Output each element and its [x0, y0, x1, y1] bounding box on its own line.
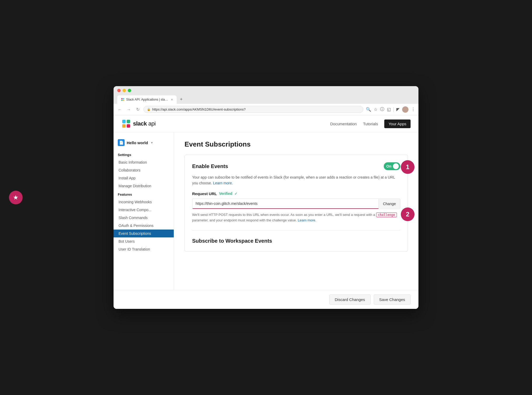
menu-icon[interactable]: ⋮: [411, 107, 415, 112]
sidebar-item-manage-distribution[interactable]: Manage Distribution: [114, 182, 174, 190]
subscribe-title: Subscribe to Workspace Events: [192, 238, 400, 244]
svg-rect-1: [123, 98, 124, 99]
address-bar[interactable]: 🔒 https://api.slack.com/apps/AKMSN1D6U/e…: [144, 106, 363, 113]
enable-events-description: Your app can subscribe to be notified of…: [192, 174, 400, 186]
avatar[interactable]: [402, 106, 408, 113]
divider: [192, 230, 400, 231]
search-icon[interactable]: 🔍: [366, 107, 371, 112]
active-tab[interactable]: Slack API: Applications | slack- ×: [117, 95, 177, 104]
app-name: Hello world: [127, 141, 148, 145]
svg-rect-0: [121, 98, 122, 99]
change-url-button[interactable]: Change: [378, 199, 400, 209]
enable-events-card: 1 Enable Events On Your app can subscrib…: [185, 155, 408, 252]
svg-rect-2: [121, 100, 122, 101]
step-badge-2: 2: [401, 207, 415, 221]
your-apps-button[interactable]: Your Apps: [384, 119, 411, 128]
star-icon[interactable]: ☆: [374, 107, 377, 112]
new-tab-button[interactable]: +: [177, 95, 186, 104]
lock-icon: 🔒: [147, 108, 151, 111]
traffic-light-green[interactable]: [128, 89, 131, 92]
cast-icon[interactable]: ◱: [387, 107, 391, 112]
sidebar-item-bot-users[interactable]: Bot Users: [114, 237, 174, 245]
sidebar-item-event-subscriptions[interactable]: Event Subscriptions: [114, 230, 174, 237]
dropdown-arrow-icon: ▼: [151, 141, 153, 144]
back-button[interactable]: ←: [117, 107, 123, 112]
enable-events-header: Enable Events On: [192, 162, 400, 170]
traffic-light-yellow[interactable]: [122, 89, 126, 92]
enable-events-toggle[interactable]: On: [384, 162, 400, 170]
learn-more-link-2[interactable]: Learn more.: [298, 218, 316, 222]
slack-logo-icon: [121, 119, 131, 128]
sidebar-item-interactive-components[interactable]: Interactive Compo...: [114, 206, 174, 214]
tab-title: Slack API: Applications | slack-: [126, 98, 168, 101]
learn-more-link-1[interactable]: Learn more.: [213, 181, 233, 185]
nav-tutorials[interactable]: Tutorials: [363, 122, 378, 126]
svg-rect-6: [122, 124, 126, 128]
hint-text: We'll send HTTP POST requests to this UR…: [192, 212, 400, 223]
page-title: Event Subscriptions: [185, 140, 408, 148]
close-tab-icon[interactable]: ×: [171, 97, 173, 102]
top-nav: slack api Documentation Tutorials Your A…: [114, 115, 418, 132]
settings-section-label: Settings: [114, 150, 174, 158]
svg-rect-7: [127, 124, 130, 128]
slack-logo[interactable]: slack api: [121, 119, 156, 128]
sidebar-item-slash-commands[interactable]: Slash Commands: [114, 214, 174, 222]
enable-events-title: Enable Events: [192, 163, 228, 169]
main-content: Event Subscriptions 1 Enable Events On Y…: [174, 132, 418, 290]
toggle-knob: [393, 163, 399, 169]
svg-rect-3: [123, 100, 124, 101]
sidebar: 📄 Hello world ▼ Settings Basic Informati…: [114, 132, 174, 290]
traffic-light-red[interactable]: [117, 89, 121, 92]
browser-toolbar: ← → ↻ 🔒 https://api.slack.com/apps/AKMSN…: [114, 104, 418, 115]
toolbar-icons: 🔍 ☆ ⓘ ◱ ◤ ⋮: [366, 106, 415, 113]
sidebar-item-incoming-webhooks[interactable]: Incoming Webhooks: [114, 198, 174, 206]
app-icon: 📄: [118, 139, 125, 146]
nav-documentation[interactable]: Documentation: [330, 122, 357, 126]
logo-text: slack api: [133, 120, 156, 127]
nav-links: Documentation Tutorials Your Apps: [330, 119, 411, 128]
app-selector[interactable]: 📄 Hello world ▼: [114, 138, 174, 150]
url-text: https://api.slack.com/apps/AKMSN1D6U/eve…: [152, 107, 246, 111]
sidebar-item-collaborators[interactable]: Collaborators: [114, 166, 174, 174]
toggle-label: On: [386, 164, 391, 168]
tab-favicon: [121, 98, 125, 101]
verified-check-icon: ✓: [234, 192, 237, 196]
verified-badge: Verified: [219, 191, 232, 196]
request-url-label: Request URL Verified ✓: [192, 191, 400, 196]
url-input-row: Change: [192, 199, 400, 209]
save-changes-button[interactable]: Save Changes: [374, 294, 411, 305]
sidebar-item-user-id-translation[interactable]: User ID Translation: [114, 245, 174, 253]
sidebar-item-install-app[interactable]: Install App: [114, 174, 174, 182]
features-section-label: Features: [114, 190, 174, 198]
toolbar-separator: [393, 107, 394, 112]
footer-bar: Discard Changes Save Changes: [114, 290, 418, 309]
star-badge[interactable]: ★: [9, 191, 23, 204]
step-badge-1: 1: [401, 160, 415, 174]
sidebar-item-basic-information[interactable]: Basic Information: [114, 158, 174, 166]
svg-rect-4: [122, 120, 126, 123]
forward-button[interactable]: →: [126, 107, 132, 112]
refresh-button[interactable]: ↻: [135, 107, 141, 112]
discard-changes-button[interactable]: Discard Changes: [329, 294, 371, 305]
request-url-input[interactable]: [192, 199, 378, 209]
screen-cast-icon[interactable]: ◤: [396, 107, 400, 112]
challenge-code: challenge: [376, 212, 397, 217]
sidebar-item-oauth-permissions[interactable]: OAuth & Permissions: [114, 222, 174, 230]
svg-rect-5: [127, 120, 130, 123]
info-icon[interactable]: ⓘ: [380, 107, 384, 112]
